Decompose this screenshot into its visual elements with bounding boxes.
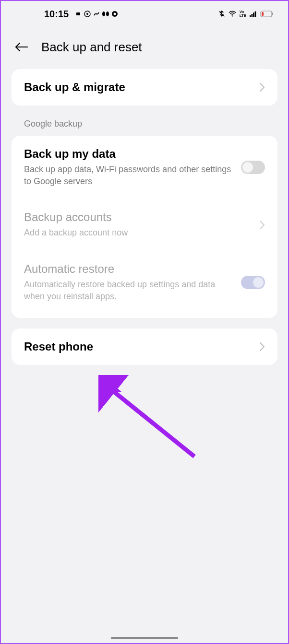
automatic-restore-item: Automatic restore Automatically restore …	[12, 251, 277, 318]
backup-my-data-title: Back up my data	[24, 147, 235, 161]
page-title: Back up and reset	[41, 40, 142, 55]
automatic-restore-title: Automatic restore	[24, 262, 235, 276]
app-icon-4	[111, 10, 119, 18]
backup-my-data-toggle[interactable]	[241, 161, 265, 174]
app-icon-3	[102, 10, 109, 18]
status-bar-left: 10:15	[15, 9, 119, 20]
volte-icon: VoLTE	[239, 10, 247, 18]
automatic-restore-toggle	[241, 276, 265, 289]
reset-card: Reset phone	[12, 328, 277, 365]
reset-phone-content: Reset phone	[24, 340, 259, 353]
chevron-right-icon	[259, 82, 265, 92]
svg-rect-8	[250, 15, 251, 17]
svg-rect-11	[255, 12, 256, 17]
app-icon-1	[84, 10, 91, 18]
backup-my-data-item[interactable]: Back up my data Back up app data, Wi-Fi …	[12, 136, 277, 199]
backup-accounts-subtitle: Add a backup account now	[24, 227, 253, 239]
svg-point-3	[102, 12, 105, 16]
home-indicator[interactable]	[111, 637, 178, 639]
svg-point-4	[106, 12, 109, 16]
back-button[interactable]	[13, 39, 29, 55]
backup-accounts-content: Backup accounts Add a backup account now	[24, 211, 259, 239]
google-backup-card: Back up my data Back up app data, Wi-Fi …	[12, 136, 277, 318]
svg-rect-0	[76, 12, 80, 15]
page-header: Back up and reset	[1, 25, 288, 69]
svg-line-15	[108, 387, 194, 457]
signal-icon	[250, 10, 257, 18]
automatic-restore-content: Automatic restore Automatically restore …	[24, 262, 241, 303]
svg-point-2	[86, 13, 88, 15]
automatic-restore-subtitle: Automatically restore backed up settings…	[24, 279, 235, 303]
status-bar: 10:15 VoLTE	[1, 1, 288, 25]
app-icon-2	[93, 10, 100, 18]
reset-phone-item[interactable]: Reset phone	[12, 328, 277, 365]
backup-accounts-item[interactable]: Backup accounts Add a backup account now	[12, 199, 277, 250]
svg-point-6	[114, 13, 116, 15]
backup-my-data-subtitle: Back up app data, Wi-Fi passwords and ot…	[24, 164, 235, 187]
wifi-icon	[229, 10, 236, 18]
backup-accounts-title: Backup accounts	[24, 211, 253, 224]
battery-icon	[260, 10, 274, 18]
backup-migrate-item[interactable]: Back up & migrate	[12, 69, 277, 105]
spacer	[1, 318, 288, 328]
svg-rect-14	[262, 12, 264, 16]
status-notification-icons	[74, 10, 119, 18]
svg-rect-10	[253, 12, 254, 17]
status-bar-right: VoLTE	[218, 10, 274, 18]
backup-migrate-card: Back up & migrate	[12, 69, 277, 105]
backup-migrate-title: Back up & migrate	[24, 81, 253, 94]
svg-rect-9	[252, 14, 253, 17]
annotation-arrow	[98, 375, 204, 466]
chevron-right-icon	[259, 342, 265, 351]
mute-icon	[218, 10, 226, 18]
chevron-right-icon	[259, 220, 265, 230]
toggle-knob	[242, 162, 253, 173]
toggle-knob	[253, 277, 264, 288]
backup-my-data-content: Back up my data Back up app data, Wi-Fi …	[24, 147, 241, 187]
svg-rect-13	[272, 12, 273, 15]
backup-migrate-content: Back up & migrate	[24, 81, 259, 94]
reset-phone-title: Reset phone	[24, 340, 253, 353]
svg-point-7	[232, 15, 233, 16]
charging-icon	[74, 10, 82, 18]
back-arrow-icon	[14, 41, 28, 53]
status-time: 10:15	[44, 9, 69, 20]
google-backup-section-label: Google backup	[1, 105, 288, 136]
